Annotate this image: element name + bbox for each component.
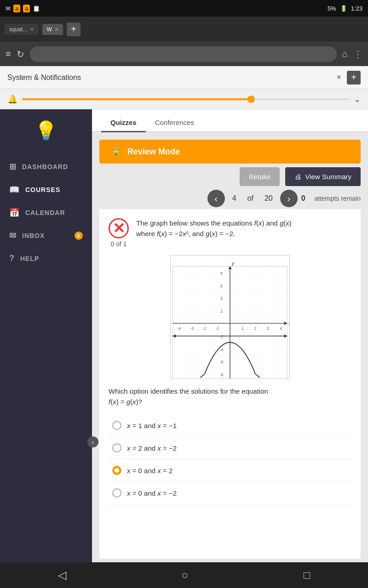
notification-icon: 📋	[33, 5, 40, 12]
view-summary-button[interactable]: 🖨 View Summary	[285, 167, 361, 186]
svg-text:3: 3	[267, 326, 270, 331]
wrong-icon: ✕	[109, 218, 129, 238]
sidebar-item-help[interactable]: ? HELP	[0, 247, 92, 270]
radio-2[interactable]	[112, 443, 121, 452]
option-2-text: x = 2 and x = −2	[127, 444, 177, 452]
next-icon: ›	[287, 193, 290, 204]
action-bar: Retake 🖨 View Summary	[92, 167, 368, 190]
home-button[interactable]: ○	[182, 569, 189, 582]
option-2[interactable]: x = 2 and x = −2	[109, 437, 351, 459]
system-notifications-bar: System & Notifications × +	[0, 66, 368, 89]
sidebar: 💡 ⊞ DASHBOARD 📖 COURSES 📅 CALENDAR ✉ INB…	[0, 109, 92, 562]
graph-svg: x y 8 6 4 2 -2 -4 -6 -8 -4 -3 -2 -1 1	[170, 255, 290, 379]
prev-icon: ‹	[214, 193, 218, 204]
new-tab-button[interactable]: +	[67, 23, 80, 36]
svg-text:-8: -8	[220, 373, 224, 377]
radio-4[interactable]	[112, 488, 121, 498]
print-icon: 🖨	[294, 173, 301, 181]
tab2-label: W	[47, 26, 52, 33]
next-page-button[interactable]: ›	[280, 190, 298, 207]
more-icon[interactable]: ⋮	[353, 49, 362, 60]
radio-1[interactable]	[112, 421, 121, 430]
recents-button[interactable]: □	[304, 569, 310, 582]
notification-bell-icon: 🔔	[7, 94, 17, 104]
system-title: System & Notifications	[7, 74, 331, 82]
option-3-text: x = 0 and x = 2	[127, 467, 172, 475]
mail-icon: ✉	[6, 5, 11, 12]
sidebar-item-label-courses: COURSES	[25, 186, 60, 193]
question-header: ✕ 0 of 1 The graph below shows the equat…	[109, 218, 351, 248]
refresh-icon[interactable]: ↻	[17, 49, 24, 60]
notification-row: 🔔 ⌄	[0, 89, 368, 109]
tab1-close[interactable]: ×	[30, 26, 34, 33]
slider-fill	[22, 98, 251, 100]
sidebar-collapse-button[interactable]: ‹	[87, 436, 98, 447]
svg-text:x: x	[288, 321, 290, 326]
option-1[interactable]: x = 1 and x = −1	[109, 414, 351, 437]
prompt-line2: f(x) = g(x)?	[109, 398, 142, 406]
sidebar-item-inbox[interactable]: ✉ INBOX 6	[0, 224, 92, 247]
retake-button[interactable]: Retake	[240, 167, 280, 186]
options-list: x = 1 and x = −1 x = 2 and x = −2 x = 0 …	[109, 414, 351, 504]
option-1-text: x = 1 and x = −1	[127, 422, 177, 430]
attempts-label: attempts remain	[315, 195, 361, 202]
sidebar-item-calendar[interactable]: 📅 CALENDAR	[0, 201, 92, 224]
browser-tab-1[interactable]: squat... ×	[5, 24, 39, 35]
question-area: ✕ 0 of 1 The graph below shows the equat…	[99, 209, 361, 559]
option-4-text: x = 0 and x = −2	[127, 489, 177, 497]
main-layout: 💡 ⊞ DASHBOARD 📖 COURSES 📅 CALENDAR ✉ INB…	[0, 109, 368, 562]
prev-page-button[interactable]: ‹	[207, 190, 225, 207]
logo-bulb-icon: 💡	[34, 120, 58, 141]
retake-label: Retake	[249, 173, 271, 181]
sidebar-item-label-dashboard: DASHBOARD	[22, 163, 68, 170]
tab-quizzes[interactable]: Quizzes	[101, 114, 146, 132]
sidebar-item-label-help: HELP	[20, 255, 39, 262]
slider-thumb[interactable]	[247, 96, 255, 103]
sidebar-logo: 💡	[32, 117, 60, 144]
nav-bar: ≡ ↻ ⌂ ⋮	[0, 42, 368, 66]
page-current: 4	[229, 194, 240, 203]
svg-text:2: 2	[220, 309, 223, 314]
status-bar-left: ✉ a a 📋	[6, 5, 40, 12]
page-of-label: of	[244, 194, 257, 203]
sidebar-item-label-calendar: CALENDAR	[25, 209, 65, 216]
sidebar-item-dashboard[interactable]: ⊞ DASHBOARD	[0, 155, 92, 178]
option-4[interactable]: x = 0 and x = −2	[109, 482, 351, 504]
tabs-bar: Quizzes Conferences	[92, 109, 368, 132]
svg-text:-1: -1	[216, 326, 219, 331]
url-bar[interactable]	[30, 46, 337, 62]
question-prompt: Which option identifies the solutions fo…	[109, 386, 351, 407]
view-summary-label: View Summary	[305, 173, 351, 181]
prompt-line1: Which option identifies the solutions fo…	[109, 387, 268, 395]
pagination-bar: ‹ 4 of 20 › 0 attempts remain	[92, 190, 368, 209]
radio-3[interactable]	[112, 466, 121, 475]
svg-text:-2: -2	[220, 334, 224, 339]
notification-chevron-down-icon[interactable]: ⌄	[354, 94, 361, 104]
battery-icon: 🔋	[340, 5, 347, 12]
content-area: Quizzes Conferences 🔒 Review Mode Retake…	[92, 109, 368, 562]
tab-quizzes-label: Quizzes	[110, 119, 137, 126]
svg-text:4: 4	[280, 326, 282, 331]
dashboard-icon: ⊞	[9, 162, 17, 172]
system-close-button[interactable]: ×	[336, 73, 341, 82]
bottom-nav: ◁ ○ □	[0, 562, 368, 588]
menu-icon[interactable]: ≡	[6, 49, 11, 59]
option-3[interactable]: x = 0 and x = 2	[109, 459, 351, 482]
help-icon: ?	[9, 254, 15, 263]
back-button[interactable]: ◁	[58, 569, 66, 582]
sidebar-item-courses[interactable]: 📖 COURSES	[0, 178, 92, 201]
tab2-close[interactable]: ×	[55, 26, 58, 33]
inbox-badge: 6	[75, 232, 83, 240]
notification-slider[interactable]	[22, 98, 349, 100]
sidebar-item-label-inbox: INBOX	[22, 232, 45, 239]
home-icon[interactable]: ⌂	[342, 49, 348, 59]
system-add-button[interactable]: +	[347, 71, 361, 85]
chevron-left-icon: ‹	[92, 439, 94, 446]
tab-conferences[interactable]: Conferences	[146, 114, 203, 132]
question-score-block: ✕ 0 of 1	[109, 218, 129, 248]
browser-tab-2[interactable]: W ×	[42, 24, 63, 35]
question-desc-line2: where f(x) = −2x², and g(x) = −2.	[136, 230, 235, 237]
amazon-icon1: a	[13, 5, 20, 12]
svg-text:-2: -2	[203, 326, 207, 331]
review-mode-banner[interactable]: 🔒 Review Mode	[99, 140, 361, 164]
